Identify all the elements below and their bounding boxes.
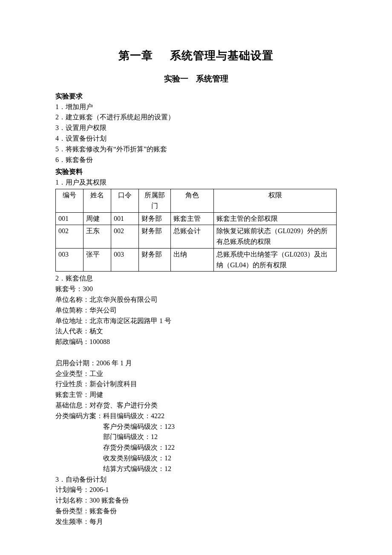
- users-subheading: 1．用户及其权限: [55, 177, 337, 188]
- cell-dept: 财务部: [139, 225, 171, 249]
- users-table: 编号 姓名 口令 所属部门 角色 权限 001 周健 001 财务部 账套主管 …: [55, 189, 337, 272]
- experiment-name: 系统管理: [196, 74, 228, 83]
- col-header-name: 姓名: [84, 189, 111, 212]
- requirement-item: 6．账套备份: [55, 155, 337, 165]
- cell-perm: 总账系统中出纳签字（GL0203）及出纳（GL04）的所有权限: [214, 248, 337, 272]
- col-header-role: 角色: [171, 189, 214, 212]
- backup-line: 发生频率：每月: [55, 517, 337, 527]
- encoding-line: 客户分类编码级次：123: [55, 422, 337, 432]
- cell-id: 001: [56, 212, 84, 225]
- account-line: 启用会计期：2006 年 1 月: [55, 358, 337, 369]
- encoding-line: 收发类别编码级次：12: [55, 453, 337, 464]
- table-row: 003 张平 003 财务部 出纳 总账系统中出纳签字（GL0203）及出纳（G…: [56, 248, 337, 272]
- experiment-subtitle: 实验一系统管理: [55, 72, 337, 85]
- col-header-pwd: 口令: [111, 189, 139, 212]
- col-header-dept: 所属部门: [139, 189, 171, 212]
- col-header-id: 编号: [56, 189, 84, 212]
- cell-pwd: 003: [111, 248, 139, 272]
- account-line: 单位名称：北京华兴股份有限公司: [55, 295, 337, 305]
- table-row: 001 周健 001 财务部 账套主管 账套主管的全部权限: [56, 212, 337, 225]
- cell-name: 张平: [84, 248, 111, 272]
- chapter-name: 系统管理与基础设置: [170, 49, 274, 62]
- account-line: 账套主管：周健: [55, 390, 337, 400]
- account-line: 单位简称：华兴公司: [55, 305, 337, 316]
- encoding-line: 部门编码级次：12: [55, 432, 337, 442]
- account-subheading: 2．账套信息: [55, 273, 337, 284]
- cell-dept: 财务部: [139, 212, 171, 225]
- cell-role: 账套主管: [171, 212, 214, 225]
- encoding-line: 存货分类编码级次：122: [55, 442, 337, 453]
- experiment-number: 实验一: [164, 74, 188, 83]
- materials-heading: 实验资料: [55, 167, 337, 177]
- cell-role: 总账会计: [171, 225, 214, 249]
- backup-line: 计划编号：2006-1: [55, 485, 337, 495]
- table-header-row: 编号 姓名 口令 所属部门 角色 权限: [56, 189, 337, 212]
- chapter-number: 第一章: [118, 49, 153, 62]
- backup-line: 备份类型：账套备份: [55, 506, 337, 517]
- account-line: 行业性质：新会计制度科目: [55, 379, 337, 390]
- account-line: 企业类型：工业: [55, 369, 337, 379]
- cell-id: 002: [56, 225, 84, 249]
- account-line: 分类编码方案：科目编码级次：4222: [55, 411, 337, 422]
- cell-pwd: 002: [111, 225, 139, 249]
- requirement-item: 4．设置备份计划: [55, 133, 337, 144]
- cell-dept: 财务部: [139, 248, 171, 272]
- requirement-item: 2．建立账套（不进行系统起用的设置）: [55, 112, 337, 123]
- chapter-title: 第一章系统管理与基础设置: [55, 47, 337, 64]
- cell-pwd: 001: [111, 212, 139, 225]
- account-line: 基础信息：对存货、客户进行分类: [55, 400, 337, 411]
- requirements-heading: 实验要求: [55, 91, 337, 102]
- cell-role: 出纳: [171, 248, 214, 272]
- col-header-perm: 权限: [214, 189, 337, 212]
- requirement-item: 5．将账套修改为有“外币折算”的账套: [55, 144, 337, 155]
- backup-subheading: 3．自动备份计划: [55, 474, 337, 485]
- cell-id: 003: [56, 248, 84, 272]
- cell-name: 周健: [84, 212, 111, 225]
- cell-perm: 除恢复记账前状态（GL0209）外的所有总账系统的权限: [214, 225, 337, 249]
- requirement-item: 3．设置用户权限: [55, 123, 337, 133]
- table-row: 002 王东 002 财务部 总账会计 除恢复记账前状态（GL0209）外的所有…: [56, 225, 337, 249]
- requirement-item: 1．增加用户: [55, 102, 337, 113]
- cell-name: 王东: [84, 225, 111, 249]
- blank-line: [55, 347, 337, 358]
- account-line: 邮政编码：100088: [55, 337, 337, 347]
- account-line: 单位地址：北京市海淀区花园路甲 1 号: [55, 316, 337, 327]
- encoding-line: 结算方式编码级次：12: [55, 464, 337, 474]
- backup-line: 计划名称：300 账套备份: [55, 495, 337, 506]
- cell-perm: 账套主管的全部权限: [214, 212, 337, 225]
- account-line: 账套号：300: [55, 284, 337, 295]
- account-line: 法人代表：杨文: [55, 326, 337, 337]
